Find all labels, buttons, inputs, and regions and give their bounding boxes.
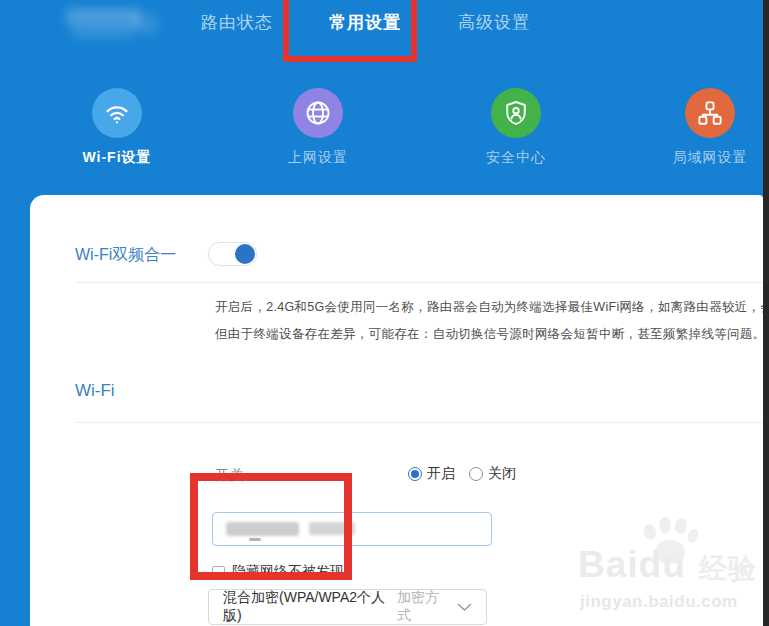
radio-on[interactable]: [408, 467, 422, 481]
nav-item-wifi-settings[interactable]: Wi-Fi设置: [55, 88, 179, 167]
tab-advanced-settings[interactable]: 高级设置: [458, 11, 530, 34]
dual-band-label: Wi-Fi双频合一: [75, 245, 176, 266]
wifi-switch-label: 开关: [215, 467, 245, 485]
shield-icon: [491, 88, 541, 138]
top-navigation: 路由状态 常用设置 高级设置: [0, 0, 769, 62]
wifi-settings-panel: Wi-Fi双频合一 开启后，2.4G和5G会使用同一名称，路由器会自动为终端选择…: [30, 195, 763, 626]
nav-item-label: 局域网设置: [673, 149, 748, 167]
divider: [75, 422, 763, 423]
toggle-knob: [235, 244, 255, 264]
dual-band-description: 开启后，2.4G和5G会使用同一名称，路由器会自动为终端选择最佳WiFi网络，如…: [215, 294, 763, 352]
ssid-redacted-blur: [226, 522, 299, 536]
encryption-selected-value: 混合加密(WPA/WPA2个人版): [223, 589, 397, 625]
divider: [75, 282, 763, 283]
globe-icon: [293, 88, 343, 138]
hide-network-label: 隐藏网络不被发现: [232, 563, 344, 581]
description-line: 但由于终端设备存在差异，可能存在：自动切换信号源时网络会短暂中断，甚至频繁掉线等…: [215, 321, 763, 348]
hide-network-checkbox[interactable]: [212, 566, 225, 579]
ssid-redacted-blur: [249, 538, 261, 541]
ssid-input[interactable]: [212, 512, 492, 546]
nav-item-internet-settings[interactable]: 上网设置: [256, 88, 380, 167]
radio-off-label[interactable]: 关闭: [488, 465, 516, 483]
encryption-field-label: 加密方式: [397, 589, 451, 625]
radio-off[interactable]: [469, 467, 483, 481]
lan-icon: [685, 88, 735, 138]
dual-band-toggle[interactable]: [208, 242, 257, 266]
tab-common-settings[interactable]: 常用设置: [329, 11, 401, 34]
description-line: 开启后，2.4G和5G会使用同一名称，路由器会自动为终端选择最佳WiFi网络，如…: [215, 294, 763, 321]
ssid-redacted-blur: [309, 522, 355, 535]
nav-item-security-center[interactable]: 安全中心: [454, 88, 578, 167]
nav-item-label: 上网设置: [288, 149, 348, 167]
hide-network-row[interactable]: 隐藏网络不被发现: [212, 563, 344, 581]
nav-item-label: 安全中心: [486, 149, 546, 167]
wifi-section-title: Wi-Fi: [75, 381, 115, 401]
tab-router-status[interactable]: 路由状态: [201, 11, 273, 34]
settings-icon-nav: Wi-Fi设置 上网设置 安全中心: [0, 88, 769, 178]
encryption-dropdown[interactable]: 混合加密(WPA/WPA2个人版) 加密方式: [208, 589, 487, 625]
window-edge: [763, 0, 769, 626]
chevron-down-icon: [457, 603, 472, 612]
wifi-icon: [92, 88, 142, 138]
nav-item-label: Wi-Fi设置: [82, 149, 151, 167]
nav-item-lan-settings[interactable]: 局域网设置: [648, 88, 769, 167]
radio-on-label[interactable]: 开启: [427, 465, 455, 483]
router-admin-screen: 路由状态 常用设置 高级设置 Wi-Fi设置: [0, 0, 769, 626]
wifi-switch-radio-group: 开启 关闭: [408, 465, 516, 483]
